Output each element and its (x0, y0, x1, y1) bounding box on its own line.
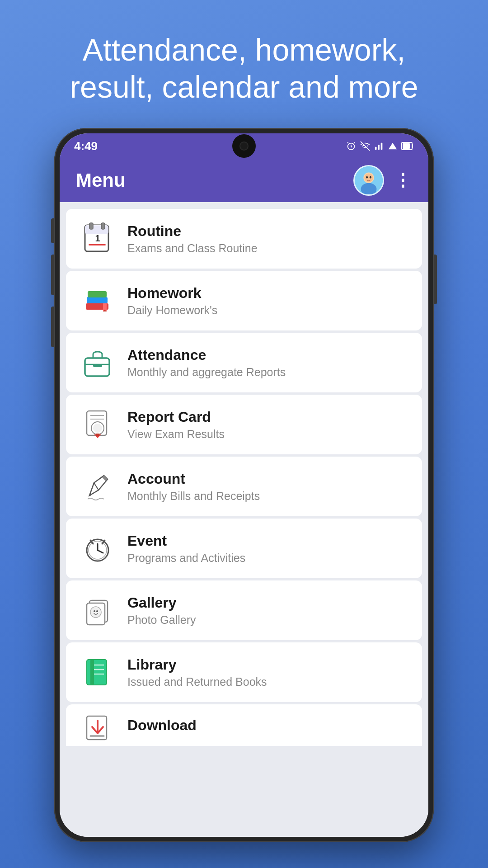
svg-point-29 (93, 424, 102, 433)
account-icon (79, 467, 117, 505)
menu-subtitle-homework: Daily Homework's (127, 304, 409, 317)
status-time: 4:49 (74, 139, 98, 153)
app-header: Menu ⋮ (60, 159, 428, 202)
phone-frame: 4:49 (54, 128, 434, 842)
tagline: Attendance, homework, result, calendar a… (33, 0, 454, 128)
menu-item-homework[interactable]: Homework Daily Homework's (66, 271, 422, 330)
svg-rect-14 (89, 223, 93, 229)
header-actions: ⋮ (353, 165, 412, 196)
menu-item-account[interactable]: Account Monthly Bills and Receipts (66, 457, 422, 516)
menu-title-account: Account (127, 471, 409, 487)
menu-subtitle-event: Programs and Activities (127, 552, 409, 565)
status-bar: 4:49 (60, 133, 428, 159)
svg-rect-3 (381, 143, 383, 150)
menu-title-routine: Routine (127, 223, 409, 240)
menu-title-report-card: Report Card (127, 409, 409, 425)
svg-rect-32 (96, 434, 99, 436)
svg-point-8 (361, 183, 377, 195)
svg-rect-20 (88, 291, 107, 297)
gallery-icon (79, 591, 117, 629)
menu-item-routine[interactable]: 1 Routine Exams and Class Routine (66, 209, 422, 269)
camera-notch (232, 134, 256, 158)
menu-subtitle-gallery: Photo Gallery (127, 613, 409, 627)
menu-title-attendance: Attendance (127, 347, 409, 363)
menu-item-library[interactable]: Library Issued and Returned Books (66, 642, 422, 702)
svg-text:1: 1 (95, 233, 100, 243)
menu-text-event: Event Programs and Activities (127, 533, 409, 565)
menu-text-library: Library Issued and Returned Books (127, 656, 409, 689)
menu-item-attendance[interactable]: Attendance Monthly and aggregate Reports (66, 333, 422, 392)
svg-point-11 (370, 176, 371, 179)
menu-item-download[interactable]: Download (66, 704, 422, 746)
menu-item-gallery[interactable]: Gallery Photo Gallery (66, 580, 422, 640)
menu-subtitle-account: Monthly Bills and Receipts (127, 490, 409, 503)
homework-icon (79, 282, 117, 320)
menu-item-report-card[interactable]: Report Card View Exam Results (66, 395, 422, 454)
menu-subtitle-report-card: View Exam Results (127, 428, 409, 441)
svg-point-40 (94, 610, 95, 612)
phone-screen: 4:49 (60, 133, 428, 837)
menu-text-account: Account Monthly Bills and Receipts (127, 471, 409, 503)
menu-title-gallery: Gallery (127, 594, 409, 611)
svg-point-41 (96, 610, 98, 612)
menu-text-download: Download (127, 715, 409, 734)
routine-icon: 1 (79, 220, 117, 258)
more-menu-button[interactable]: ⋮ (394, 172, 412, 189)
svg-rect-15 (101, 223, 105, 229)
menu-text-routine: Routine Exams and Class Routine (127, 223, 409, 255)
attendance-icon (79, 344, 117, 382)
menu-list: 1 Routine Exams and Class Routine (60, 202, 428, 837)
menu-subtitle-library: Issued and Returned Books (127, 675, 409, 689)
svg-rect-42 (87, 660, 107, 685)
menu-text-report-card: Report Card View Exam Results (127, 409, 409, 441)
status-icons (346, 141, 414, 151)
svg-rect-5 (403, 143, 410, 149)
library-icon (79, 653, 117, 691)
event-icon (79, 529, 117, 567)
header-title: Menu (76, 170, 126, 191)
menu-subtitle-routine: Exams and Class Routine (127, 242, 409, 255)
menu-text-gallery: Gallery Photo Gallery (127, 594, 409, 627)
menu-title-event: Event (127, 533, 409, 549)
menu-subtitle-attendance: Monthly and aggregate Reports (127, 366, 409, 379)
report-card-icon (79, 406, 117, 443)
svg-rect-1 (375, 147, 377, 150)
svg-rect-19 (87, 297, 108, 303)
menu-title-homework: Homework (127, 285, 409, 302)
svg-rect-2 (378, 145, 380, 150)
svg-rect-44 (90, 660, 94, 685)
menu-item-event[interactable]: Event Programs and Activities (66, 519, 422, 578)
avatar[interactable] (353, 165, 384, 196)
menu-title-download: Download (127, 717, 409, 734)
svg-point-10 (366, 176, 368, 179)
svg-rect-17 (89, 244, 106, 245)
menu-text-homework: Homework Daily Homework's (127, 285, 409, 317)
svg-point-39 (90, 607, 101, 618)
menu-title-library: Library (127, 656, 409, 673)
menu-text-attendance: Attendance Monthly and aggregate Reports (127, 347, 409, 379)
download-icon (79, 715, 117, 742)
